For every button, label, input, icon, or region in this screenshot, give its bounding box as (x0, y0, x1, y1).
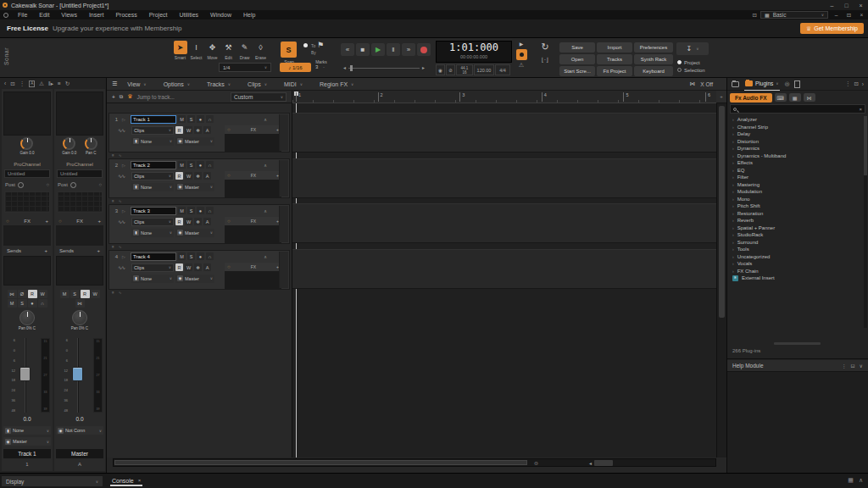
track-header-2[interactable]: 2▷Track 2MS●∩∧∿∿Clips∨RW❄A▮None∨◉Master∨… (108, 158, 290, 198)
trackview-menu-options[interactable]: Options∨ (155, 81, 198, 87)
plugin-category-external-insert[interactable]: EExternal Insert (727, 274, 863, 282)
metronome-off-icon[interactable]: ⊘ (446, 64, 455, 75)
plugin-category-modulation[interactable]: ›Modulation (727, 188, 863, 196)
display-select[interactable]: Display ∨ (2, 476, 103, 486)
menu-item-insert[interactable]: Insert (83, 10, 110, 19)
menu-item-process[interactable]: Process (109, 10, 142, 19)
mute-button[interactable]: M (178, 115, 186, 123)
strip-input-select[interactable]: ▮None∨ (3, 426, 51, 435)
freeze-button[interactable]: ❄ (194, 263, 202, 271)
instruments-filter-button[interactable]: ⌨ (775, 93, 787, 102)
track-expand-icon[interactable]: ▷ (122, 254, 129, 259)
plugin-category-pitch-shift[interactable]: ›Pitch Shift (727, 202, 863, 210)
browser-scrollbar[interactable] (864, 116, 867, 328)
tool-move[interactable]: ✥Move (204, 41, 220, 60)
tab-console[interactable]: Console × (110, 476, 142, 486)
snap-resolution-button[interactable]: ♪ 1/16 (280, 63, 311, 72)
trackview-menu-view[interactable]: View∨ (119, 81, 154, 87)
freeze-button[interactable]: ❄ (194, 126, 202, 134)
record-mode-button[interactable] (516, 49, 527, 60)
dock-icon[interactable]: ⊡ (753, 12, 757, 19)
track-fx-bin[interactable] (225, 180, 281, 197)
post-knob-icon[interactable] (70, 182, 76, 188)
plugin-category-fx-chain[interactable]: ›FX Chain (727, 268, 863, 275)
metronome-icon[interactable]: ◉ (436, 64, 445, 75)
browser-scrollbar-thumb[interactable] (864, 116, 867, 175)
automation-icon[interactable]: ∿ (119, 153, 122, 158)
track-name-input[interactable]: Track 1 (131, 115, 176, 124)
track-expand-icon[interactable]: ▷ (122, 163, 129, 168)
play-button[interactable]: ▶ (371, 43, 385, 56)
solo-button[interactable]: S (187, 115, 195, 123)
clips-pane[interactable] (292, 103, 716, 458)
clip-lane-track-1[interactable] (292, 113, 716, 152)
eq-display[interactable] (57, 191, 103, 213)
read-automation-button[interactable]: R (175, 218, 183, 225)
fx-bin[interactable] (56, 225, 103, 246)
file-icon[interactable] (794, 80, 800, 88)
synth-rack-button[interactable]: Synth Rack (634, 54, 673, 64)
dock-icon[interactable]: ⊡ (854, 80, 858, 87)
fader-thumb[interactable] (72, 367, 83, 381)
prochannel-preset-field[interactable]: Untitled (4, 169, 50, 178)
freeze-button[interactable]: ❄ (194, 218, 202, 225)
track-fx-rack[interactable]: ○FX+ (225, 263, 281, 271)
plugin-category-spatial-panner[interactable]: ›Spatial + Panner (727, 225, 863, 232)
zoom-out-icon[interactable]: ◄ (588, 461, 593, 466)
menu-dots-icon[interactable]: ⋮ (842, 363, 847, 369)
archive-button[interactable]: A (203, 126, 211, 134)
warning-icon[interactable]: ⚠ (39, 80, 44, 87)
list-icon[interactable]: ≡ (58, 80, 61, 86)
track-output-select[interactable]: ◉Master∨ (175, 137, 214, 146)
collapse-track-icon[interactable]: ∧ (264, 163, 267, 168)
doc-restore-button[interactable]: ⊡ (844, 12, 854, 19)
vertical-scrollbar[interactable] (716, 103, 726, 458)
maximize-button[interactable]: □ (839, 0, 854, 10)
scroll-corner[interactable]: + (716, 91, 726, 103)
trackview-menu-midi[interactable]: MIDI∨ (275, 81, 311, 87)
play-marker-icon[interactable]: ▶ (515, 41, 527, 47)
playlist-icon[interactable]: ‖▸ (48, 80, 53, 87)
clips-mode-select[interactable]: Clips∨ (131, 172, 174, 180)
add-send-button[interactable]: + (44, 248, 47, 253)
track-input-select[interactable]: ▮None∨ (131, 137, 174, 146)
doc-minimize-button[interactable]: – (832, 12, 841, 18)
read-automation-button[interactable]: R (175, 172, 183, 180)
hamburger-icon[interactable]: ☰ (112, 80, 117, 87)
archive-button[interactable]: A (203, 218, 211, 225)
clips-mode-select[interactable]: Clips∨ (131, 126, 174, 135)
menu-dots-icon[interactable]: ⋮ (845, 80, 851, 87)
dock-icon[interactable]: ⊡ (10, 80, 14, 87)
plugin-category-surround[interactable]: ›Surround (727, 239, 863, 247)
plugin-category-dynamics[interactable]: ›Dynamics (727, 145, 863, 152)
tempo-display[interactable]: 120.00 (474, 64, 494, 75)
pan-knob[interactable]: Pan 0% C (2, 310, 53, 330)
strip-output-select[interactable]: ◉Master∨ (3, 437, 51, 446)
plugin-category-reverb[interactable]: ›Reverb (727, 217, 863, 225)
warning-icon[interactable]: ⚠ (515, 62, 527, 69)
automation-icon[interactable]: ∿ (119, 291, 122, 295)
mute-button[interactable]: M (178, 161, 186, 169)
strip-button-s[interactable]: S (18, 299, 27, 308)
sample-rate-display[interactable]: 44.1 16 (456, 64, 473, 75)
prochannel-preset-field[interactable]: Untitled (57, 169, 103, 178)
open-button[interactable]: Open (559, 54, 595, 64)
timeline-ruler[interactable]: 123456 (292, 91, 716, 103)
app-menu-icon[interactable] (3, 13, 8, 18)
menu-dots-icon[interactable]: ⋮ (19, 80, 25, 87)
plugin-category-tools[interactable]: ›Tools (727, 246, 863, 253)
clips-mode-select[interactable]: Clips∨ (131, 218, 174, 226)
plugin-category-mono[interactable]: ›Mono (727, 196, 863, 203)
time-display[interactable]: 1:01:000 00:00:00.000 (436, 41, 512, 63)
fit-project-button[interactable]: Fit Project (597, 66, 632, 76)
strip-button-r[interactable]: R (81, 290, 90, 298)
keyboard-button[interactable]: Keyboard (634, 66, 673, 76)
track-output-select[interactable]: ◉Master∨ (175, 229, 214, 237)
tool-resolution-select[interactable]: 1/4 ∨ (219, 63, 271, 72)
solo-button[interactable]: S (187, 161, 195, 169)
power-icon[interactable]: ○ (98, 182, 102, 187)
clip-lane-track-3[interactable] (292, 203, 716, 243)
doc-close-button[interactable]: × (857, 12, 866, 18)
archive-button[interactable]: A (203, 172, 211, 180)
clear-search-icon[interactable]: × (859, 107, 862, 112)
